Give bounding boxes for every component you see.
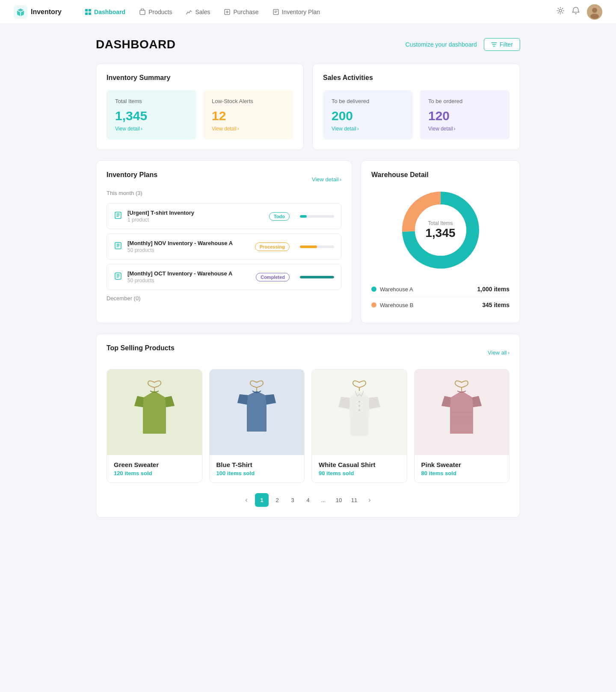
brand: Inventory <box>14 5 62 19</box>
white-shirt-svg <box>332 378 387 447</box>
total-items-box: Total Items 1,345 View detail › <box>107 90 196 139</box>
plan-sub-urgent: 1 product <box>127 217 264 223</box>
inventory-summary-inner: Total Items 1,345 View detail › Low-Stoc… <box>107 90 293 139</box>
settings-button[interactable] <box>556 6 565 17</box>
product-info-blue-tshirt: Blue T-Shirt 100 items sold <box>210 455 305 482</box>
svg-point-23 <box>358 401 360 402</box>
product-name-pink-sweater: Pink Sweater <box>421 461 503 468</box>
brand-label: Inventory <box>31 8 62 16</box>
nav-products[interactable]: Products <box>133 6 178 18</box>
legend-dot-b <box>371 302 376 308</box>
warehouse-b-value: 345 items <box>482 302 509 308</box>
avatar[interactable] <box>587 4 602 20</box>
to-be-ordered-box: To be ordered 120 View detail › <box>420 90 509 139</box>
plan-name-oct: [Monthly] OCT Inventory - Warehouse A <box>127 270 251 277</box>
products-grid: Green Sweater 120 items sold <box>107 369 509 483</box>
plan-bar-urgent <box>300 215 334 218</box>
main-content: DASHBOARD Customize your dashboard Filte… <box>86 24 530 538</box>
page-1-button[interactable]: 1 <box>255 493 269 507</box>
low-stock-box: Low-Stock Alerts 12 View detail › <box>203 90 293 139</box>
product-card-white-shirt[interactable]: White Casual Shirt 90 items sold <box>311 369 407 483</box>
total-items-label: Total Items <box>115 98 188 104</box>
svg-rect-6 <box>140 10 145 15</box>
warehouse-legend: Warehouse A 1,000 items Warehouse B 345 … <box>371 281 509 313</box>
product-info-white-shirt: White Casual Shirt 90 items sold <box>312 455 407 482</box>
sales-activities-section: Sales Activities To be delivered 200 Vie… <box>312 63 520 150</box>
next-page-button[interactable]: › <box>363 493 376 507</box>
plan-clipboard-icon-3 <box>114 272 122 282</box>
page-header: DASHBOARD Customize your dashboard Filte… <box>96 38 520 51</box>
sales-activities-inner: To be delivered 200 View detail › To be … <box>323 90 509 139</box>
svg-rect-5 <box>89 12 91 15</box>
to-be-delivered-box: To be delivered 200 View detail › <box>323 90 413 139</box>
legend-dot-a <box>371 287 376 292</box>
to-be-ordered-detail[interactable]: View detail › <box>428 126 501 132</box>
inventory-summary-title: Inventory Summary <box>107 74 293 82</box>
to-be-delivered-value: 200 <box>332 109 404 123</box>
product-card-blue-tshirt[interactable]: Blue T-Shirt 100 items sold <box>209 369 305 483</box>
plan-item-oct[interactable]: [Monthly] OCT Inventory - Warehouse A 50… <box>107 264 341 290</box>
sales-icon <box>186 9 192 15</box>
low-stock-detail[interactable]: View detail › <box>212 126 284 132</box>
svg-point-25 <box>358 409 360 411</box>
plan-clipboard-icon <box>114 211 122 222</box>
total-items-detail[interactable]: View detail › <box>115 126 188 132</box>
plans-december: December (0) <box>107 295 341 302</box>
page-10-button[interactable]: 10 <box>332 493 346 507</box>
notification-button[interactable] <box>572 6 580 17</box>
plan-bar-fill-urgent <box>300 215 307 218</box>
product-img-pink-sweater <box>415 370 509 455</box>
chevron-right-icon: › <box>357 126 359 132</box>
filter-button[interactable]: Filter <box>484 38 520 51</box>
nav-purchase[interactable]: Purchase <box>218 6 264 18</box>
donut-label: Total Items <box>425 220 455 226</box>
plans-warehouse-row: Inventory Plans View detail › This month… <box>96 160 520 323</box>
prev-page-button[interactable]: ‹ <box>240 493 253 507</box>
to-be-delivered-detail[interactable]: View detail › <box>332 126 404 132</box>
plan-info-nov: [Monthly] NOV Inventory - Warehouse A 50… <box>127 240 250 253</box>
product-sold-pink-sweater: 80 items sold <box>421 470 503 476</box>
plans-view-detail-link[interactable]: View detail › <box>312 176 341 183</box>
product-info-pink-sweater: Pink Sweater 80 items sold <box>415 455 509 482</box>
nav-dashboard[interactable]: Dashboard <box>79 6 131 18</box>
customize-dashboard-link[interactable]: Customize your dashboard <box>406 41 477 48</box>
bell-icon <box>572 6 580 15</box>
plan-bar-nov <box>300 245 334 248</box>
page-3-button[interactable]: 3 <box>286 493 299 507</box>
chevron-right-icon: › <box>454 126 456 132</box>
product-card-pink-sweater[interactable]: Pink Sweater 80 items sold <box>414 369 510 483</box>
pagination: ‹ 1 2 3 4 ... 10 11 › <box>107 493 509 507</box>
nav-inventory-plan[interactable]: Inventory Plan <box>267 6 326 18</box>
nav-sales[interactable]: Sales <box>180 6 216 18</box>
plan-item-urgent[interactable]: [Urgent] T-shirt Inventory 1 product Tod… <box>107 203 341 229</box>
svg-rect-2 <box>85 9 88 12</box>
warehouse-section: Warehouse Detail <box>361 160 520 323</box>
page-ellipsis: ... <box>317 493 330 507</box>
product-card-green-sweater[interactable]: Green Sweater 120 items sold <box>107 369 202 483</box>
product-img-green-sweater <box>107 370 202 455</box>
product-name-white-shirt: White Casual Shirt <box>319 461 400 468</box>
to-be-ordered-label: To be ordered <box>428 98 501 104</box>
product-img-white-shirt <box>312 370 407 455</box>
top-selling-header: Top Selling Products View all › <box>107 344 509 361</box>
green-sweater-svg <box>127 378 182 447</box>
plan-item-nov[interactable]: [Monthly] NOV Inventory - Warehouse A 50… <box>107 234 341 260</box>
to-be-ordered-value: 120 <box>428 109 501 123</box>
plan-bar-oct <box>300 276 334 278</box>
donut-container: Total Items 1,345 Warehouse A 1,000 item… <box>371 187 509 313</box>
page-title: DASHBOARD <box>96 38 176 51</box>
page-11-button[interactable]: 11 <box>347 493 361 507</box>
view-all-link[interactable]: View all › <box>488 349 509 356</box>
page-2-button[interactable]: 2 <box>270 493 284 507</box>
legend-left-a: Warehouse A <box>371 286 413 293</box>
donut-value: 1,345 <box>425 226 455 240</box>
filter-icon <box>491 41 497 47</box>
warehouse-a-name: Warehouse A <box>380 286 413 293</box>
product-img-blue-tshirt <box>210 370 305 455</box>
purchase-icon <box>224 9 231 15</box>
page-4-button[interactable]: 4 <box>301 493 315 507</box>
legend-row-a: Warehouse A 1,000 items <box>371 281 509 297</box>
warehouse-title: Warehouse Detail <box>371 171 509 179</box>
svg-point-12 <box>590 14 599 19</box>
products-icon <box>139 9 146 15</box>
